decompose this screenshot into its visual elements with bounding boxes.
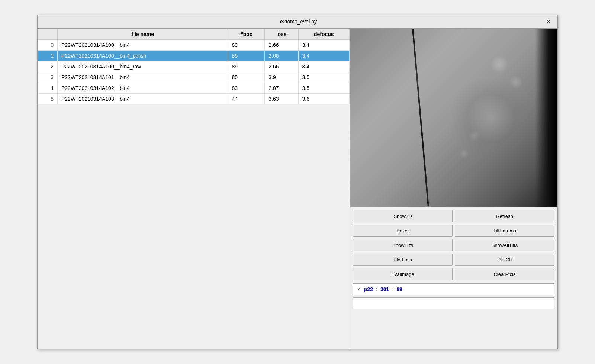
- empty-status-bar: [353, 297, 554, 309]
- boxer-button[interactable]: Boxer: [353, 225, 453, 237]
- show2d-button[interactable]: Show2D: [353, 210, 453, 222]
- refresh-button[interactable]: Refresh: [455, 210, 554, 222]
- cell-defocus: 3.6: [298, 93, 350, 104]
- arc-line-overlay: [412, 29, 429, 206]
- clearptcls-button[interactable]: ClearPtcls: [455, 268, 554, 280]
- cell-index: 2: [38, 61, 58, 72]
- status-checkbox[interactable]: ✓: [357, 286, 361, 292]
- cell-index: 4: [38, 83, 58, 93]
- status-sep1: :: [376, 286, 377, 292]
- table-row[interactable]: 3P22WT20210314A101__bin4853.93.5: [38, 72, 350, 83]
- col-header-defocus: defocus: [298, 29, 350, 39]
- table-row[interactable]: 4P22WT20210314A102__bin4832.873.5: [38, 83, 350, 93]
- tomo-image-area: [350, 29, 557, 207]
- plotctf-button[interactable]: PlotCtf: [455, 254, 554, 266]
- cell-filename: P22WT20210314A101__bin4: [58, 72, 228, 83]
- col-header-filename: file name: [58, 29, 228, 39]
- cell-box: 89: [228, 50, 265, 61]
- cell-index: 1: [38, 50, 58, 61]
- cell-loss: 2.87: [265, 83, 298, 93]
- status-value1: 301: [380, 286, 389, 292]
- cell-defocus: 3.4: [298, 61, 350, 72]
- cell-defocus: 3.4: [298, 39, 350, 50]
- data-table: file name #box loss defocus 0P22WT202103…: [38, 29, 350, 104]
- showalitilts-button[interactable]: ShowAliTilts: [455, 239, 554, 251]
- cell-defocus: 3.5: [298, 83, 350, 93]
- col-header-box: #box: [228, 29, 265, 39]
- table-header-row: file name #box loss defocus: [38, 29, 350, 39]
- cell-box: 83: [228, 83, 265, 93]
- status-sep2: :: [392, 286, 393, 292]
- content-area: file name #box loss defocus 0P22WT202103…: [38, 29, 557, 349]
- cell-box: 89: [228, 61, 265, 72]
- status-bar: ✓ p22 : 301 : 89: [353, 283, 554, 295]
- cell-filename: P22WT20210314A103__bin4: [58, 93, 228, 104]
- evalimage-button[interactable]: EvalImage: [353, 268, 453, 280]
- cell-defocus: 3.4: [298, 50, 350, 61]
- tomo-canvas: [350, 29, 557, 207]
- status-text: p22: [364, 286, 373, 292]
- tiltparams-button[interactable]: TiltParams: [455, 225, 554, 237]
- col-header-loss: loss: [265, 29, 298, 39]
- close-button[interactable]: ✕: [544, 17, 553, 26]
- table-row[interactable]: 5P22WT20210314A103__bin4443.633.6: [38, 93, 350, 104]
- main-window: e2tomo_eval.py ✕ file name #box loss def…: [37, 15, 558, 349]
- cell-index: 0: [38, 39, 58, 50]
- cell-filename: P22WT20210314A100__bin4: [58, 39, 228, 50]
- cell-index: 3: [38, 72, 58, 83]
- cell-loss: 3.63: [265, 93, 298, 104]
- cell-box: 89: [228, 39, 265, 50]
- cell-loss: 2.66: [265, 50, 298, 61]
- table-row[interactable]: 1P22WT20210314A100__bin4_polish892.663.4: [38, 50, 350, 61]
- left-panel: file name #box loss defocus 0P22WT202103…: [38, 29, 350, 349]
- cell-index: 5: [38, 93, 58, 104]
- col-header-index: [38, 29, 58, 39]
- plotloss-button[interactable]: PlotLoss: [353, 254, 453, 266]
- status-value2: 89: [396, 286, 402, 292]
- cell-filename: P22WT20210314A102__bin4: [58, 83, 228, 93]
- right-panel: Show2DRefreshBoxerTiltParamsShowTiltsSho…: [350, 29, 557, 349]
- cell-loss: 2.66: [265, 61, 298, 72]
- cell-loss: 2.66: [265, 39, 298, 50]
- cell-box: 44: [228, 93, 265, 104]
- showtilts-button[interactable]: ShowTilts: [353, 239, 453, 251]
- window-title: e2tomo_eval.py: [53, 19, 544, 25]
- cell-box: 85: [228, 72, 265, 83]
- cell-defocus: 3.5: [298, 72, 350, 83]
- title-bar: e2tomo_eval.py ✕: [38, 15, 557, 29]
- cell-filename: P22WT20210314A100__bin4_polish: [58, 50, 228, 61]
- table-row[interactable]: 2P22WT20210314A100__bin4_raw892.663.4: [38, 61, 350, 72]
- table-container[interactable]: file name #box loss defocus 0P22WT202103…: [38, 29, 350, 349]
- buttons-area: Show2DRefreshBoxerTiltParamsShowTiltsSho…: [350, 207, 557, 283]
- table-row[interactable]: 0P22WT20210314A100__bin4892.663.4: [38, 39, 350, 50]
- cell-filename: P22WT20210314A100__bin4_raw: [58, 61, 228, 72]
- cell-loss: 3.9: [265, 72, 298, 83]
